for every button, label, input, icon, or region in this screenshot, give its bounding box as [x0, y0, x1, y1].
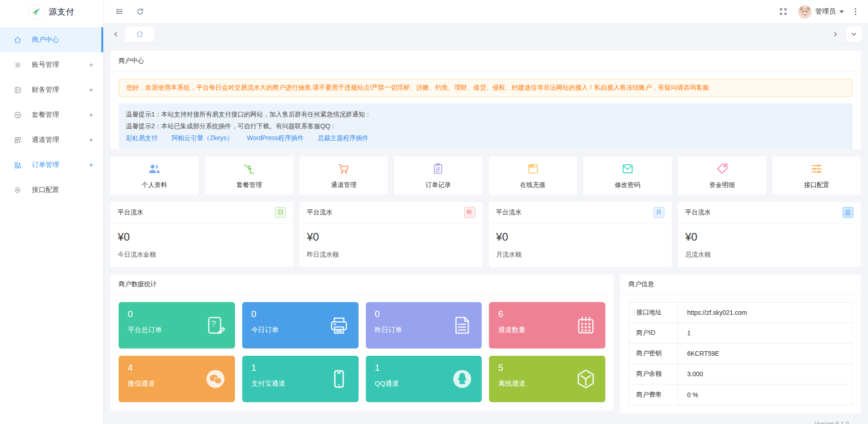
- flow-amount: ¥0: [496, 231, 664, 243]
- sidebar-menu: 商户中心 账号管理 + 财务管理 + 套餐管理: [0, 27, 103, 202]
- sidebar-item-finance-mgmt[interactable]: 财务管理 +: [0, 77, 103, 102]
- flow-card-today: 平台流水 日 ¥0 今日流水金额: [110, 202, 293, 267]
- quick-tile-change-password[interactable]: 修改密码: [584, 156, 672, 195]
- expand-plus-icon[interactable]: +: [89, 136, 93, 144]
- brand-header[interactable]: 源支付: [0, 0, 103, 24]
- cart-icon: [337, 162, 350, 177]
- merchant-info-title: 商户信息: [620, 274, 861, 295]
- wechat-icon: [204, 368, 227, 390]
- merchant-center-card: 商户中心 您好，欢迎使用本系统，平台每日会对交易流水大的商户进行抽查,请不要用于…: [110, 51, 861, 149]
- sidebar-item-account-mgmt[interactable]: 账号管理 +: [0, 52, 103, 77]
- window-icon: [526, 162, 540, 177]
- month-badge: 月: [653, 207, 664, 218]
- sidebar-item-merchant-center[interactable]: 商户中心: [0, 27, 103, 52]
- users-icon: [148, 162, 161, 177]
- quick-tile-label: 修改密码: [615, 181, 640, 189]
- stat-tile-today-orders[interactable]: 0 今日订单: [242, 302, 359, 348]
- home-icon: [14, 36, 22, 44]
- total-badge: 总: [843, 207, 853, 218]
- flow-card-title: 平台流水: [118, 208, 143, 217]
- calendar-icon: [574, 314, 597, 337]
- fullscreen-icon[interactable]: [775, 4, 791, 20]
- tip-line-2: 温馨提示2：本站已集成部分系统插件，可自行下载。有问题联系客服QQ：: [126, 120, 845, 132]
- refresh-icon[interactable]: [132, 4, 148, 20]
- merchant-id-value: 1: [678, 323, 852, 343]
- tab-home[interactable]: [125, 26, 154, 42]
- page-title: 商户中心: [110, 51, 861, 71]
- table-row: 商户密钥 6KCRT59E: [629, 343, 852, 364]
- doc-list-icon: [451, 314, 474, 337]
- version-text: Version 5.1.0: [814, 420, 849, 424]
- row-label: 商户ID: [629, 323, 678, 343]
- tabs-dropdown-icon[interactable]: [846, 26, 862, 42]
- expand-plus-icon[interactable]: +: [89, 61, 93, 69]
- stat-tile-wechat-channels[interactable]: 4 微信通道: [119, 356, 235, 402]
- expand-plus-icon[interactable]: +: [89, 86, 93, 94]
- avatar: [798, 5, 812, 19]
- tabs-scroll-left-icon[interactable]: [110, 28, 122, 40]
- sidebar-item-package-mgmt[interactable]: 套餐管理 +: [0, 102, 103, 127]
- quick-tile-api-config[interactable]: 接口配置: [773, 156, 861, 195]
- quick-tile-package-mgmt[interactable]: 套餐管理: [205, 156, 293, 195]
- expand-plus-icon[interactable]: +: [89, 111, 93, 119]
- row-label: 接口地址: [629, 303, 678, 323]
- stat-tile-yesterday-orders[interactable]: 0 昨日订单: [366, 302, 482, 348]
- link-rainbow-epay[interactable]: 彩虹易支付: [126, 134, 158, 141]
- link-wordpress-plugin[interactable]: WordPress程序插件: [247, 134, 304, 141]
- quick-tile-channel-mgmt[interactable]: 通道管理: [299, 156, 388, 195]
- tabs-scroll-right-icon[interactable]: [829, 28, 842, 40]
- sidebar-item-label: 通道管理: [32, 136, 89, 144]
- quick-tile-order-records[interactable]: 订单记录: [394, 156, 482, 195]
- flow-amount: ¥0: [685, 231, 853, 243]
- doc-edit-icon: ?: [204, 314, 227, 337]
- sidebar-item-channel-mgmt[interactable]: 通道管理 +: [0, 127, 103, 152]
- sidebar-item-api-config[interactable]: 接口配置: [0, 177, 103, 202]
- stat-tile-offline-channels[interactable]: 5 离线通道: [489, 356, 605, 402]
- user-name: 管理员: [815, 7, 836, 16]
- quick-tile-label: 套餐管理: [236, 181, 262, 189]
- link-apayun-zkeys[interactable]: 阿帕云引擎（Zkeys）: [171, 134, 233, 141]
- quick-tile-online-recharge[interactable]: 在线充值: [489, 156, 577, 195]
- envelope-icon: [621, 162, 634, 177]
- stat-tile-alipay-channels[interactable]: 1 支付宝通道: [242, 356, 359, 402]
- stat-tile-total-orders[interactable]: 0 平台总订单 ?: [119, 302, 235, 348]
- sidebar-item-label: 订单管理: [32, 161, 89, 169]
- sliders-icon: [810, 162, 823, 177]
- flow-label: 今日流水金额: [118, 251, 286, 259]
- collapse-sidebar-icon[interactable]: [111, 4, 127, 20]
- row-label: 商户余额: [629, 364, 678, 384]
- quick-tile-label: 在线充值: [520, 181, 546, 189]
- merchant-rate-value: 0 %: [678, 384, 852, 405]
- flow-amount: ¥0: [118, 231, 286, 243]
- flow-card-total: 平台流水 总 ¥0 总流水额: [678, 202, 861, 267]
- quick-tile-fund-details[interactable]: 资金明细: [678, 156, 766, 195]
- user-menu[interactable]: 管理员: [798, 5, 844, 19]
- flow-amount: ¥0: [307, 231, 475, 243]
- package-icon: [14, 111, 22, 119]
- row-label: 商户费率: [629, 384, 678, 405]
- bottom-row: 商户数据统计 0 平台总订单 ? 0 今日订单: [110, 274, 861, 414]
- caret-down-icon: [839, 10, 844, 15]
- day-badge: 日: [275, 207, 286, 218]
- quick-tile-label: 通道管理: [331, 181, 356, 189]
- table-row: 商户ID 1: [629, 323, 852, 343]
- topbar-right: 管理员: [775, 4, 860, 20]
- stat-tile-channel-count[interactable]: 6 通道数量: [489, 302, 605, 348]
- ledger-icon: [14, 86, 22, 94]
- quick-tile-label: 接口配置: [804, 181, 829, 189]
- more-menu-icon[interactable]: [851, 6, 860, 17]
- sidebar-item-label: 接口配置: [32, 186, 93, 194]
- channels-icon: [14, 136, 22, 144]
- quick-tile-profile[interactable]: 个人资料: [110, 156, 199, 195]
- sidebar-item-order-mgmt[interactable]: 订单管理 +: [0, 152, 103, 177]
- tip-line-1: 温馨提示1：本站支持对接所有易支付接口的网站，加入售后群有任何紧急情况群通知：: [126, 108, 845, 120]
- expand-plus-icon[interactable]: +: [89, 161, 93, 169]
- brand-name: 源支付: [49, 6, 75, 17]
- link-zongcai-theme-plugin[interactable]: 总裁主题程序插件: [318, 134, 369, 141]
- home-tab-icon: [136, 30, 144, 38]
- printer-icon: [328, 314, 350, 337]
- clipboard-icon: [431, 162, 445, 177]
- footer: Version 5.1.0: [110, 414, 861, 424]
- merchant-info-card: 商户信息 接口地址 https://zf.sky021.com 商户ID 1 商…: [620, 274, 861, 414]
- stat-tile-qq-channels[interactable]: 1 QQ通道: [366, 356, 482, 402]
